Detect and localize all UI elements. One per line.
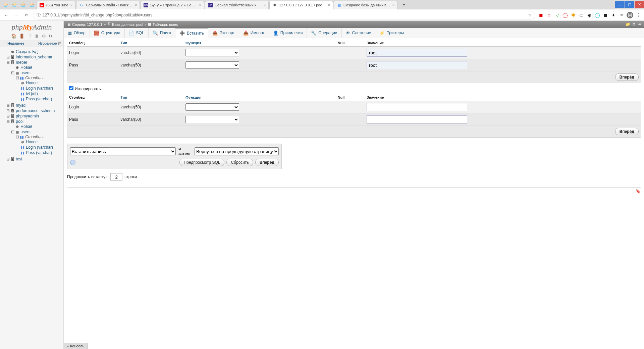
close-window-button[interactable]: ✕ xyxy=(635,1,644,8)
extensions-icon[interactable]: ✦ xyxy=(610,12,616,18)
tab-recent[interactable]: Недавнее xyxy=(0,40,32,47)
after-action-select[interactable]: Вернуться на предыдущую страницу xyxy=(195,147,279,155)
forward-button[interactable]: → xyxy=(13,11,20,19)
go-button[interactable]: Вперёд xyxy=(615,128,639,135)
ext-icon[interactable]: ○ xyxy=(546,12,552,18)
collapse-icon[interactable]: ⊟ xyxy=(15,135,19,139)
new-table-link[interactable]: Новая xyxy=(20,65,32,70)
ignore-label[interactable]: Игнорировать xyxy=(69,87,101,91)
new-col-link[interactable]: Новое xyxy=(26,140,38,144)
expand-icon[interactable]: ⊞ xyxy=(6,157,10,161)
reload-icon[interactable]: ↻ xyxy=(49,34,52,39)
logout-icon[interactable]: 🚪 xyxy=(19,34,24,39)
col-link[interactable]: Login (varchar) xyxy=(26,145,53,150)
help-icon[interactable] xyxy=(70,160,75,165)
console-toggle[interactable]: ▪ Консоль xyxy=(64,343,88,349)
back-button[interactable]: ← xyxy=(3,11,10,19)
breadcrumb-server[interactable]: Сервер: 127.0.0.1 xyxy=(72,22,102,27)
docs-icon[interactable]: ❔ xyxy=(27,34,33,39)
value-input[interactable] xyxy=(367,61,467,69)
col-link[interactable]: Login (varchar) xyxy=(26,86,53,91)
db-link[interactable]: performance_schema xyxy=(16,108,55,113)
avatar[interactable]: M xyxy=(627,12,633,18)
db-link[interactable]: mebel xyxy=(16,60,27,65)
new-col-link[interactable]: Новое xyxy=(26,81,38,85)
close-icon[interactable]: × xyxy=(70,3,72,7)
close-icon[interactable]: × xyxy=(392,3,394,7)
ext-icon[interactable]: ◯ xyxy=(594,12,600,18)
value-input[interactable] xyxy=(367,103,467,111)
ext-icon[interactable]: ◯ xyxy=(562,12,568,18)
reset-button[interactable]: Сбросить xyxy=(226,159,253,166)
new-tab-button[interactable]: + xyxy=(400,1,408,9)
home-icon[interactable]: 🏠 xyxy=(11,34,16,39)
function-select[interactable] xyxy=(185,116,239,123)
function-select[interactable] xyxy=(185,103,239,111)
columns-link[interactable]: Столбцы xyxy=(25,135,43,139)
function-select[interactable] xyxy=(185,49,239,56)
preview-sql-button[interactable]: Предпросмотр SQL xyxy=(179,159,225,166)
ext-icon[interactable]: ▽ xyxy=(554,12,560,18)
browser-tab[interactable]: HDСериал Убийственный класс 1 с× xyxy=(205,1,269,9)
sql-icon[interactable]: 🗎 xyxy=(35,34,39,39)
ext-icon[interactable]: ✱ xyxy=(570,12,576,18)
db-link[interactable]: information_schema xyxy=(16,55,52,59)
tab-operations[interactable]: 🔧Операции xyxy=(307,28,341,38)
close-icon[interactable]: × xyxy=(199,3,201,7)
minimize-button[interactable]: — xyxy=(615,1,625,8)
browser-tab-active[interactable]: 🛠127.0.0.1 / 127.0.0.1 / pool / users× xyxy=(269,1,333,9)
db-link[interactable]: pool xyxy=(16,119,23,124)
expand-icon[interactable]: ⊞ xyxy=(6,114,10,118)
exit-icon[interactable]: ⇥ xyxy=(638,22,641,27)
tab-triggers[interactable]: ⚡Триггеры xyxy=(375,28,408,38)
tab-structure[interactable]: 🧱Структура xyxy=(90,28,125,38)
star-icon[interactable]: 📁 xyxy=(626,22,630,27)
expand-icon[interactable]: ⊞ xyxy=(6,108,10,113)
collapse-icon[interactable]: ⊟ xyxy=(6,119,10,124)
tab-import[interactable]: 📥Импорт xyxy=(239,28,269,38)
create-db-link[interactable]: Создать БД xyxy=(16,49,38,54)
browser-tab[interactable]: GСериалы онлайн - Поиск в Goo× xyxy=(76,1,140,9)
ext-icon[interactable]: ◼ xyxy=(538,12,544,18)
tab-privileges[interactable]: 👤Привилегии xyxy=(269,28,307,38)
star-icon[interactable]: ☆ xyxy=(528,13,532,17)
maximize-button[interactable]: ▢ xyxy=(625,1,634,8)
col-link[interactable]: Pass (varchar) xyxy=(26,97,52,101)
collapse-icon[interactable]: ⊟ xyxy=(11,70,15,75)
menu-icon[interactable]: ⋮ xyxy=(635,12,641,18)
new-table-link[interactable]: Новая xyxy=(20,124,32,129)
function-select[interactable] xyxy=(185,61,239,69)
url-field[interactable]: ⓘ127.0.0.1/phpmyadmin/tbl_change.php?db=… xyxy=(33,11,535,19)
collapse-icon[interactable]: ⊟ xyxy=(15,76,19,80)
browser-tab[interactable]: HDSyFy » Страница 2 » Сериалы о× xyxy=(141,1,204,9)
collapse-icon[interactable]: ⊟ xyxy=(6,60,10,65)
columns-link[interactable]: Столбцы xyxy=(25,76,43,80)
ext-icon[interactable]: ≡ xyxy=(619,12,625,18)
continue-count-input[interactable] xyxy=(110,173,122,181)
value-input[interactable] xyxy=(367,115,467,123)
db-link[interactable]: phpmyadmin xyxy=(16,114,39,118)
go-button[interactable]: Вперёд xyxy=(255,159,279,166)
breadcrumb-db[interactable]: База данных: pool xyxy=(112,22,143,27)
value-input[interactable] xyxy=(367,49,467,57)
browser-tab[interactable]: ▶(65) YouTube× xyxy=(37,1,75,9)
tab-tracking[interactable]: 👁Слежение xyxy=(342,28,376,38)
go-button[interactable]: Вперёд xyxy=(615,73,639,81)
close-icon[interactable]: × xyxy=(135,3,137,7)
settings-icon[interactable]: ⚙ xyxy=(42,34,46,39)
insert-mode-select[interactable]: Вставить запись xyxy=(70,147,176,155)
collapse-icon[interactable]: ⊟ xyxy=(11,130,15,134)
db-link[interactable]: test xyxy=(16,157,22,161)
expand-icon[interactable]: ⊞ xyxy=(6,103,10,108)
expand-icon[interactable]: ⊞ xyxy=(6,55,10,59)
col-link[interactable]: lvl (int) xyxy=(26,91,38,96)
breadcrumb-table[interactable]: Таблица: users xyxy=(153,22,178,27)
table-link[interactable]: users xyxy=(20,70,30,75)
ext-icon[interactable]: ▭ xyxy=(578,12,584,18)
close-icon[interactable]: × xyxy=(264,3,266,7)
close-icon[interactable]: × xyxy=(328,3,330,7)
col-link[interactable]: Pass (varchar) xyxy=(26,150,52,155)
ext-icon[interactable]: ◼ xyxy=(602,12,608,18)
bookmark-icon[interactable]: 🔖 xyxy=(636,189,641,194)
tab-insert[interactable]: ➕Вставить xyxy=(175,28,208,38)
